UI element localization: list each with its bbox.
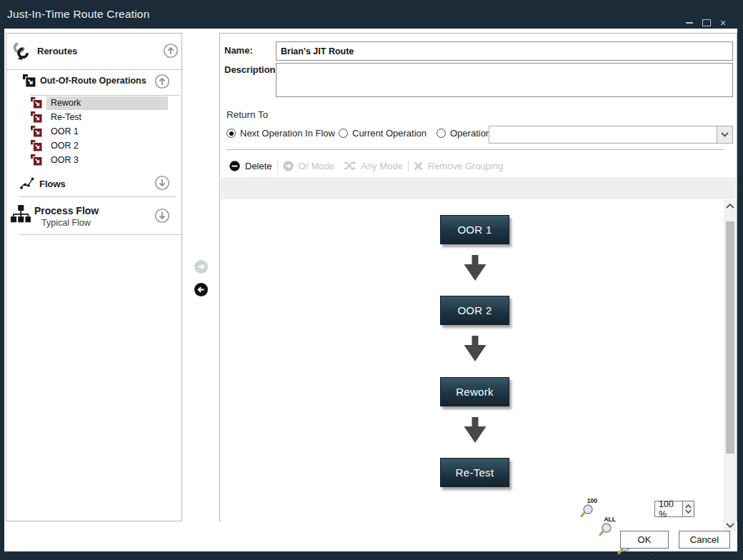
any-mode-shuffle-icon (344, 161, 356, 171)
reroute-icon (11, 41, 31, 61)
any-mode-button: Any Mode (361, 161, 403, 171)
oor-step-icon (31, 97, 42, 109)
divider (277, 160, 278, 171)
tree-item-oor-3[interactable]: OOR 3 (6, 154, 183, 168)
scroll-up-icon[interactable] (725, 203, 735, 209)
radio-dot[interactable] (437, 129, 446, 138)
title-bar: Just-In-Time Route Creation ✕ (0, 0, 743, 29)
remove-grouping-button: Remove Grouping (428, 161, 504, 171)
divider (31, 95, 180, 96)
zoom-level-spinner[interactable]: 100 % (654, 501, 694, 517)
spin-up-icon[interactable] (685, 504, 692, 509)
scrollbar-thumb[interactable] (726, 221, 734, 454)
spin-down-icon[interactable] (685, 509, 692, 514)
scroll-down-icon[interactable] (725, 522, 735, 529)
return-to-label: Return To (226, 109, 268, 120)
radio-operation[interactable]: Operation (437, 128, 491, 139)
flow-node-rework[interactable]: Rework (440, 377, 509, 406)
tree-item-re-test[interactable]: Re-Test (6, 111, 183, 125)
sidebar-item-flows[interactable]: Flows (39, 179, 66, 189)
flow-arrow-down-icon (460, 336, 490, 362)
tree-item-label: OOR 2 (51, 141, 79, 151)
radio-current-operation[interactable]: Current Operation (339, 128, 427, 139)
move-right-icon (194, 260, 208, 274)
or-mode-button: Or Mode (299, 161, 335, 171)
tree-item-label: Re-Test (51, 112, 81, 122)
zoom-100-label: 100 (587, 497, 597, 504)
cancel-button[interactable]: Cancel (679, 531, 730, 549)
oor-step-icon (31, 154, 42, 166)
divider (19, 234, 183, 235)
process-flow-icon (11, 205, 31, 225)
sidebar-item-process-flow[interactable]: Process Flow (34, 205, 99, 216)
ok-button[interactable]: OK (620, 531, 669, 549)
sidebar-item-oor-operations[interactable]: Out-Of-Route Operations (40, 76, 146, 86)
window-title: Just-In-Time Route Creation (7, 8, 150, 21)
operation-select-value (489, 126, 717, 143)
delete-button[interactable]: Delete (245, 161, 272, 171)
magnifier-icon (634, 555, 652, 560)
sidebar-item-reroutes[interactable]: Reroutes (37, 46, 77, 56)
tree-item-label: OOR 3 (51, 155, 79, 165)
name-input[interactable] (276, 41, 733, 61)
divider (19, 196, 176, 197)
radio-label: Current Operation (352, 128, 427, 139)
oor-step-icon (31, 140, 42, 151)
or-mode-icon (283, 161, 294, 171)
description-label: Description: (224, 64, 279, 75)
flow-arrow-down-icon (460, 417, 490, 444)
flow-node-re-test[interactable]: Re-Test (440, 458, 509, 487)
move-left-icon[interactable] (194, 283, 208, 296)
sidebar-panel: Reroutes Out-Of-Route Operations Rework (6, 33, 182, 521)
delete-icon[interactable] (229, 161, 240, 171)
flow-group-band (221, 177, 736, 199)
radio-label: Operation (450, 128, 491, 139)
flow-arrow-down-icon (460, 255, 490, 281)
expand-down-icon[interactable] (154, 175, 170, 191)
name-label: Name: (224, 45, 253, 56)
expand-down-icon[interactable] (154, 208, 170, 224)
tree-item-oor-1[interactable]: OOR 1 (6, 125, 183, 139)
maximize-icon[interactable] (701, 17, 712, 29)
editor-panel: Name: Description: Return To Next Operat… (219, 33, 737, 521)
divider (408, 160, 409, 171)
oor-step-icon (31, 111, 42, 123)
radio-next-operation[interactable]: Next Operation In Flow (226, 128, 335, 139)
remove-grouping-icon (414, 161, 423, 171)
tree-item-rework[interactable]: Rework (6, 96, 183, 111)
vertical-scrollbar[interactable] (724, 200, 737, 531)
radio-dot[interactable] (226, 129, 236, 138)
process-flow-sublabel: Typical Flow (41, 218, 91, 228)
tree-item-label: Rework (51, 98, 81, 108)
operation-select[interactable] (489, 126, 733, 144)
description-input[interactable] (276, 63, 733, 97)
collapse-up-icon[interactable] (163, 43, 179, 59)
chevron-down-icon[interactable] (717, 126, 732, 143)
spinner-arrows[interactable] (682, 501, 694, 516)
flow-node-oor-1[interactable]: OOR 1 (440, 215, 509, 244)
tree-item-label: OOR 1 (51, 126, 79, 136)
flows-icon (19, 176, 35, 191)
radio-label: Next Operation In Flow (240, 128, 335, 139)
close-icon[interactable]: ✕ (717, 17, 729, 29)
flow-node-oor-2[interactable]: OOR 2 (440, 296, 509, 325)
zoom-all-button[interactable]: ALL (597, 518, 615, 536)
zoom-100-button[interactable]: 100 (578, 499, 597, 518)
oor-step-icon (31, 126, 42, 137)
collapse-up-icon[interactable] (154, 74, 170, 89)
oor-group-icon (23, 74, 36, 87)
divider (6, 69, 183, 70)
tree-item-oor-2[interactable]: OOR 2 (6, 139, 183, 154)
minimize-icon[interactable] (684, 17, 695, 29)
divider (226, 149, 724, 150)
zoom-out-label: - (651, 553, 653, 560)
zoom-level-value: 100 % (655, 501, 682, 516)
zoom-out-button[interactable]: - (634, 555, 652, 560)
radio-dot[interactable] (339, 129, 348, 138)
zoom-all-label: ALL (604, 516, 616, 523)
